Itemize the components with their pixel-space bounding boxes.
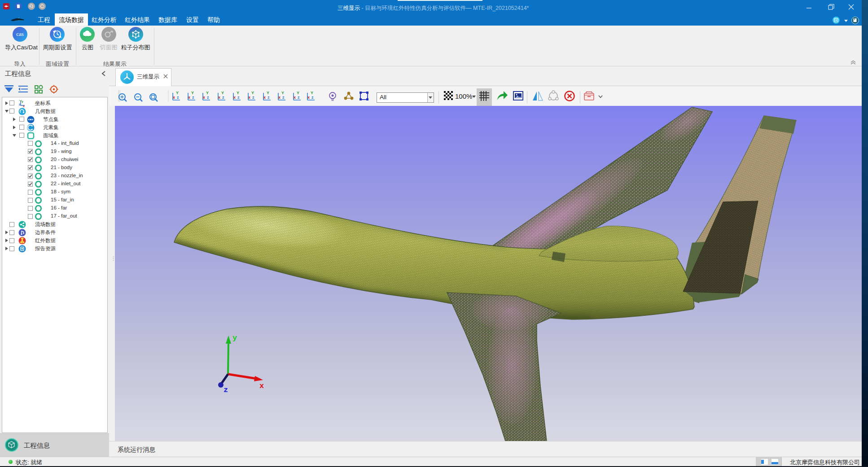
- svg-text:x: x: [259, 382, 264, 390]
- svg-text:Y: Y: [221, 91, 224, 95]
- svg-text:x: x: [203, 95, 205, 100]
- svg-text:z: z: [298, 95, 300, 100]
- svg-text:z: z: [252, 95, 254, 100]
- svg-text:z: z: [311, 95, 314, 100]
- svg-text:x: x: [188, 95, 190, 100]
- svg-text:z: z: [19, 103, 21, 106]
- svg-text:Y: Y: [191, 91, 194, 95]
- svg-text:x: x: [263, 95, 266, 100]
- svg-text:Y: Y: [311, 91, 313, 95]
- svg-text:z: z: [282, 95, 285, 100]
- svg-text:z: z: [267, 95, 270, 100]
- svg-text:z: z: [224, 386, 228, 394]
- svg-text:x: x: [278, 95, 281, 100]
- svg-text:Y: Y: [22, 100, 24, 104]
- svg-text:Y: Y: [251, 91, 254, 95]
- svg-text:Y: Y: [237, 91, 239, 95]
- svg-text:Y: Y: [176, 91, 179, 95]
- svg-text:x: x: [307, 95, 310, 100]
- svg-text:x: x: [294, 95, 296, 100]
- svg-text:z: z: [177, 95, 179, 100]
- svg-text:x: x: [218, 95, 220, 100]
- svg-text:x: x: [248, 95, 250, 100]
- svg-text:x: x: [23, 105, 25, 107]
- svg-text:y: y: [232, 334, 237, 342]
- svg-text:Y: Y: [267, 91, 269, 95]
- svg-text:Y: Y: [297, 91, 299, 95]
- svg-text:Y: Y: [281, 91, 284, 95]
- svg-text:x: x: [233, 95, 236, 100]
- svg-text:z: z: [237, 95, 240, 100]
- svg-text:z: z: [222, 95, 224, 100]
- svg-text:z: z: [192, 95, 194, 100]
- svg-text:x: x: [173, 95, 175, 100]
- svg-text:Y: Y: [206, 91, 209, 95]
- svg-text:z: z: [207, 95, 209, 100]
